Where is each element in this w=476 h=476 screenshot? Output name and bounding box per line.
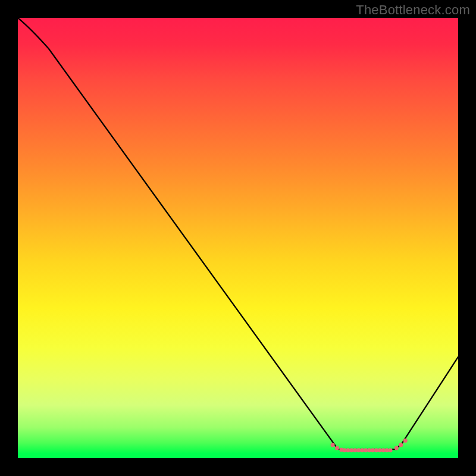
main-curve <box>18 18 458 449</box>
chart-stage: TheBottleneck.com <box>0 0 476 476</box>
marker-dots <box>331 439 408 452</box>
marker-dot <box>331 443 335 447</box>
marker-dot <box>403 439 408 443</box>
marker-dot <box>389 448 393 452</box>
curve-layer <box>18 18 458 449</box>
marker-dot <box>335 446 339 450</box>
plot-area <box>18 18 458 458</box>
attribution-text: TheBottleneck.com <box>356 2 470 18</box>
curve-svg <box>18 18 458 458</box>
marker-dot <box>399 443 403 447</box>
marker-dot <box>394 446 399 450</box>
